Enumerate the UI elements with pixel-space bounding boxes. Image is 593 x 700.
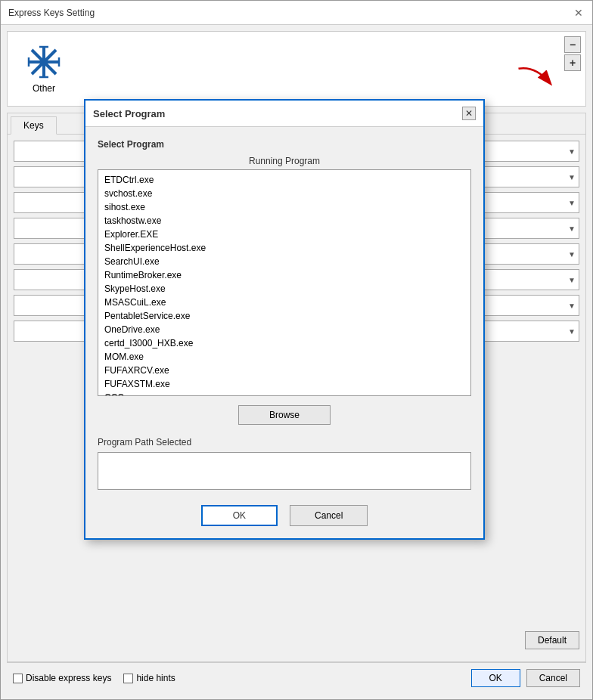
- main-window: Express Keys Setting ✕: [0, 0, 593, 700]
- red-arrow-indicator: [513, 62, 558, 92]
- chevron-down-icon: ▼: [568, 199, 576, 207]
- tab-keys[interactable]: Keys: [11, 116, 57, 135]
- list-item[interactable]: FUFAXSTM.exe: [98, 377, 470, 391]
- running-program-label: Running Program: [98, 156, 471, 166]
- add-program-button[interactable]: +: [564, 54, 581, 71]
- list-item[interactable]: sihost.exe: [98, 200, 470, 214]
- dialog-section-label: Select Program: [98, 139, 471, 150]
- list-item[interactable]: CCC.exe: [98, 391, 470, 396]
- list-item[interactable]: taskhostw.exe: [98, 214, 470, 228]
- list-item[interactable]: MOM.exe: [98, 350, 470, 364]
- dialog-title: Select Program: [93, 108, 165, 119]
- hide-hints-label[interactable]: hide hints: [123, 673, 175, 683]
- bottom-bar: Disable express keys hide hints OK Cance…: [7, 662, 586, 693]
- program-icon: [26, 44, 62, 80]
- window-close-button[interactable]: ✕: [573, 7, 585, 19]
- chevron-down-icon: ▼: [568, 276, 576, 284]
- dialog-cancel-button[interactable]: Cancel: [290, 505, 368, 526]
- dialog-close-button[interactable]: ✕: [462, 107, 476, 120]
- list-item[interactable]: ShellExperienceHost.exe: [98, 241, 470, 255]
- chevron-down-icon: ▼: [568, 302, 576, 310]
- hide-hints-checkbox[interactable]: [123, 674, 133, 683]
- list-item[interactable]: certd_I3000_HXB.exe: [98, 336, 470, 350]
- dialog-ok-button[interactable]: OK: [201, 505, 278, 526]
- disable-express-keys-text: Disable express keys: [26, 673, 111, 683]
- default-button-container: Default: [14, 631, 579, 655]
- disable-express-keys-checkbox[interactable]: [13, 674, 23, 683]
- dialog-title-bar: Select Program ✕: [85, 101, 483, 127]
- program-label-other: Other: [33, 83, 55, 94]
- list-item[interactable]: PentabletService.exe: [98, 309, 470, 323]
- program-list-container[interactable]: ETDCtrl.exesvchost.exesihost.exetaskhost…: [98, 169, 471, 396]
- bottom-left-controls: Disable express keys hide hints: [13, 673, 175, 683]
- chevron-down-icon: ▼: [568, 147, 576, 156]
- list-item[interactable]: ETDCtrl.exe: [98, 173, 470, 187]
- chevron-down-icon: ▼: [568, 225, 576, 233]
- list-item[interactable]: svchost.exe: [98, 187, 470, 200]
- list-item[interactable]: RuntimeBroker.exe: [98, 268, 470, 282]
- select-program-dialog: Select Program ✕ Select Program Running …: [84, 99, 485, 540]
- list-item[interactable]: SkypeHost.exe: [98, 282, 470, 296]
- default-button[interactable]: Default: [525, 631, 579, 649]
- list-item[interactable]: FUFAXRCV.exe: [98, 364, 470, 377]
- hide-hints-text: hide hints: [136, 673, 175, 683]
- program-list: ETDCtrl.exesvchost.exesihost.exetaskhost…: [98, 170, 470, 396]
- window-title: Express Keys Setting: [8, 8, 95, 18]
- chevron-down-icon: ▼: [568, 250, 576, 259]
- main-ok-button[interactable]: OK: [471, 669, 520, 687]
- list-item[interactable]: Explorer.EXE: [98, 228, 470, 241]
- disable-express-keys-label[interactable]: Disable express keys: [13, 673, 111, 683]
- add-remove-buttons: − +: [564, 36, 581, 71]
- chevron-down-icon: ▼: [568, 327, 576, 336]
- title-bar: Express Keys Setting ✕: [1, 1, 592, 25]
- list-item[interactable]: OneDrive.exe: [98, 323, 470, 336]
- dialog-body: Select Program Running Program ETDCtrl.e…: [85, 127, 483, 538]
- dialog-footer: OK Cancel: [98, 502, 471, 526]
- main-cancel-button[interactable]: Cancel: [526, 669, 580, 687]
- bottom-buttons: OK Cancel: [471, 669, 580, 687]
- program-path-input[interactable]: [98, 452, 471, 490]
- program-bar: Other − +: [7, 31, 586, 107]
- star-snowflake-icon: [27, 45, 61, 79]
- list-item[interactable]: MSASCuiL.exe: [98, 296, 470, 309]
- list-item[interactable]: SearchUI.exe: [98, 255, 470, 268]
- path-label: Program Path Selected: [98, 437, 471, 448]
- program-item-other[interactable]: Other: [14, 44, 74, 94]
- chevron-down-icon: ▼: [568, 173, 576, 181]
- browse-button[interactable]: Browse: [238, 405, 331, 425]
- remove-program-button[interactable]: −: [564, 36, 581, 53]
